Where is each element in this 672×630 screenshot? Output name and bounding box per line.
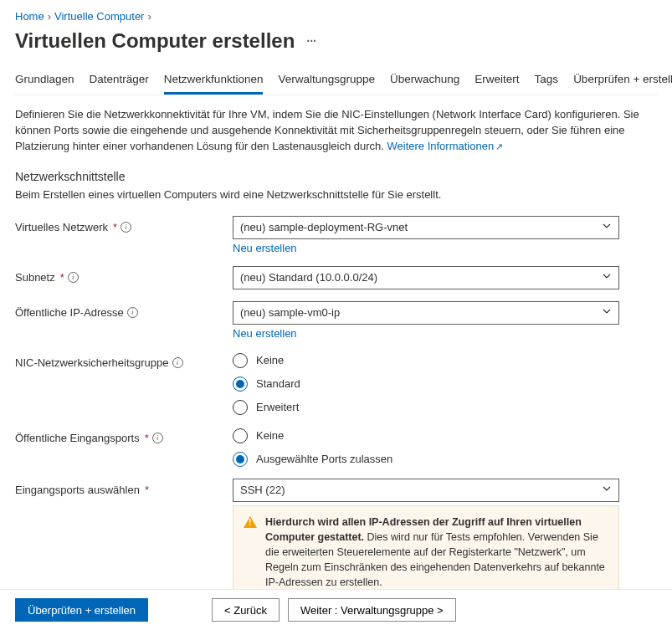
learn-more-link[interactable]: Weitere Informationen↗	[387, 140, 503, 152]
page-title: Virtuellen Computer erstellen ···	[15, 29, 657, 53]
info-icon[interactable]: i	[68, 272, 79, 283]
warning-icon	[244, 516, 257, 528]
select-ports-dropdown[interactable]: SSH (22)	[233, 479, 619, 502]
public-ip-label: Öffentliche IP-Adresse i	[15, 301, 233, 319]
radio-checked-icon	[233, 376, 248, 392]
inbound-ports-label: Öffentliche Eingangsports* i	[15, 427, 233, 444]
radio-icon	[233, 400, 248, 415]
section-title: Netzwerkschnittstelle	[15, 170, 657, 183]
inbound-option-none[interactable]: Keine	[233, 428, 619, 443]
chevron-right-icon: ›	[147, 10, 151, 23]
next-button[interactable]: Weiter : Verwaltungsgruppe >	[288, 598, 456, 622]
nsg-label: NIC-Netzwerksicherheitsgruppe i	[15, 351, 233, 369]
subnet-label: Subnetz* i	[15, 266, 233, 284]
breadcrumb: Home › Virtuelle Computer ›	[15, 10, 657, 23]
radio-icon	[233, 353, 248, 368]
nsg-option-advanced[interactable]: Erweitert	[233, 400, 619, 415]
back-button[interactable]: < Zurück	[212, 598, 280, 622]
subnet-dropdown[interactable]: (neu) Standard (10.0.0.0/24)	[233, 266, 619, 289]
tab-management[interactable]: Verwaltungsgruppe	[278, 68, 375, 95]
chevron-down-icon	[601, 221, 612, 233]
breadcrumb-vms[interactable]: Virtuelle Computer	[54, 10, 144, 23]
warning-box: Hierdurch wird allen IP-Adressen der Zug…	[233, 505, 619, 600]
nsg-option-none[interactable]: Keine	[233, 353, 619, 368]
chevron-down-icon	[601, 271, 612, 284]
radio-checked-icon	[233, 452, 248, 467]
tab-disks[interactable]: Datenträger	[90, 68, 149, 95]
tab-networking[interactable]: Netzwerkfunktionen	[164, 68, 264, 95]
chevron-down-icon	[601, 306, 612, 319]
section-desc: Beim Erstellen eines virtuellen Computer…	[15, 188, 657, 201]
vnet-dropdown[interactable]: (neu) sample-deployment-RG-vnet	[233, 216, 619, 239]
info-icon[interactable]: i	[127, 307, 138, 318]
radio-icon	[233, 428, 248, 443]
intro-text: Definieren Sie die Netzwerkkonnektivität…	[15, 107, 657, 155]
tab-basics[interactable]: Grundlagen	[15, 68, 74, 95]
external-link-icon: ↗	[495, 141, 503, 151]
inbound-ports-radio-group: Keine Ausgewählte Ports zulassen	[233, 427, 619, 467]
tab-monitoring[interactable]: Überwachung	[390, 68, 459, 95]
warning-text: Hierdurch wird allen IP-Adressen der Zug…	[265, 515, 608, 591]
inbound-option-allow[interactable]: Ausgewählte Ports zulassen	[233, 452, 619, 467]
chevron-right-icon: ›	[48, 10, 51, 23]
tabs: Grundlagen Datenträger Netzwerkfunktione…	[15, 68, 657, 95]
tab-advanced[interactable]: Erweitert	[475, 68, 519, 95]
nsg-radio-group: Keine Standard Erweitert	[233, 351, 619, 415]
info-icon[interactable]: i	[152, 433, 163, 443]
review-create-button[interactable]: Überprüfen + erstellen	[15, 598, 148, 622]
vnet-create-new-link[interactable]: Neu erstellen	[233, 242, 297, 254]
tab-tags[interactable]: Tags	[535, 68, 559, 95]
chevron-down-icon	[601, 484, 612, 496]
vnet-label: Virtuelles Netzwerk* i	[15, 216, 233, 233]
nsg-option-basic[interactable]: Standard	[233, 376, 619, 392]
info-icon[interactable]: i	[172, 357, 183, 368]
select-ports-label: Eingangsports auswählen*	[15, 479, 233, 496]
public-ip-dropdown[interactable]: (neu) sample-vm0-ip	[233, 301, 619, 325]
more-actions-icon[interactable]: ···	[306, 34, 316, 48]
tab-review[interactable]: Überprüfen + erstellen	[573, 68, 672, 95]
breadcrumb-home[interactable]: Home	[15, 10, 44, 23]
public-ip-create-new-link[interactable]: Neu erstellen	[233, 327, 297, 340]
info-icon[interactable]: i	[121, 222, 131, 233]
footer-bar: Überprüfen + erstellen < Zurück Weiter :…	[0, 589, 672, 630]
